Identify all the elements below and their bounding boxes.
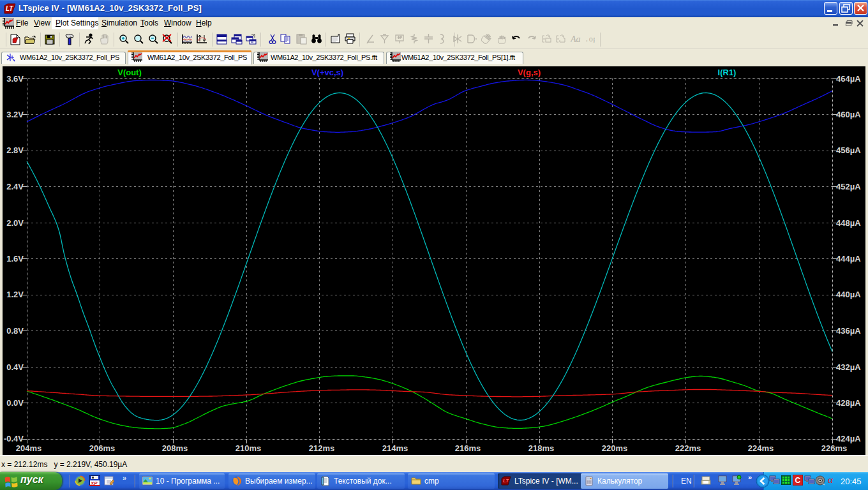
- svg-text:Aa: Aa: [571, 34, 581, 43]
- svg-text:LT: LT: [6, 5, 13, 12]
- svg-text:LT: LT: [503, 478, 509, 484]
- svg-text:C: C: [795, 476, 801, 485]
- svg-text:.op: .op: [585, 36, 595, 43]
